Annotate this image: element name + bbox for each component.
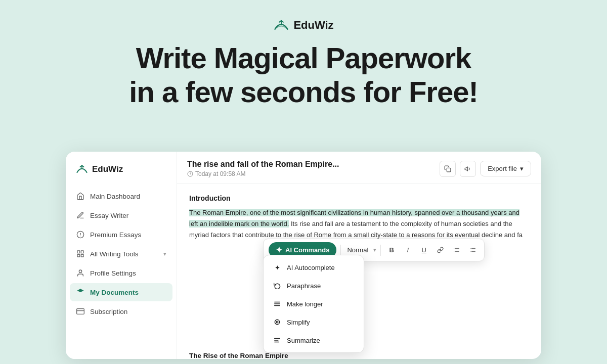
svg-point-29 (275, 320, 279, 324)
svg-point-30 (276, 321, 278, 323)
autocomplete-icon: ✦ (273, 263, 282, 272)
toolbar-separator (340, 245, 341, 256)
top-logo-icon (273, 18, 289, 32)
sidebar-label-main-dashboard: Main Dashboard (90, 193, 140, 200)
hero-title: Write Magical Paperwork in a few seconds… (129, 41, 478, 109)
editor-area[interactable]: Introduction The Roman Empire, one of th… (177, 184, 541, 359)
svg-rect-5 (81, 254, 83, 257)
sidebar-logo-icon (76, 164, 88, 175)
sidebar-item-premium-essays[interactable]: Premium Essays (70, 225, 172, 244)
autocomplete-label: AI Autocomplete (287, 264, 335, 271)
sidebar-label-all-writing-tools: All Writing Tools (90, 250, 139, 258)
style-chevron-icon: ▾ (373, 247, 376, 253)
sidebar-logo: EduWiz (66, 164, 177, 187)
chevron-down-icon: ▾ (520, 165, 524, 172)
doc-title-area: The rise and fall of the Roman Empire...… (187, 160, 339, 177)
document-icon (76, 288, 85, 297)
toolbar-separator-2 (380, 245, 381, 256)
sidebar-item-subscription[interactable]: Subscription (70, 302, 172, 321)
star-icon (76, 230, 85, 239)
rise-heading: The Rise of the Roman Empire (189, 352, 529, 359)
home-icon (76, 192, 85, 201)
sidebar-item-all-writing-tools[interactable]: All Writing Tools ▾ (70, 245, 172, 263)
sidebar-label-profile-settings: Profile Settings (90, 269, 136, 277)
intro-heading: Introduction (189, 194, 529, 202)
grid-icon (76, 249, 85, 258)
export-label: Export file (488, 165, 517, 172)
make-longer-icon (273, 299, 282, 308)
summarize-item[interactable]: Summarize (267, 331, 361, 349)
doc-title: The rise and fall of the Roman Empire... (187, 160, 339, 169)
sidebar-item-essay-writer[interactable]: Essay Writer (70, 206, 172, 224)
clock-icon (187, 171, 193, 177)
main-card: EduWiz Main Dashboard (66, 152, 541, 359)
sidebar-label-essay-writer: Essay Writer (90, 212, 128, 219)
simplify-label: Simplify (287, 318, 310, 326)
svg-rect-4 (81, 251, 83, 253)
doc-timestamp: Today at 09:58 AM (187, 170, 339, 177)
intro-paragraph: The Roman Empire, one of the most signif… (189, 207, 529, 241)
svg-rect-6 (77, 254, 80, 257)
doc-actions: Export file ▾ (440, 161, 531, 177)
italic-button[interactable]: I (401, 244, 414, 257)
ai-commands-label: AI Commands (285, 246, 329, 254)
underline-button[interactable]: U (417, 244, 430, 257)
hero-line1: Write Magical Paperwork (136, 41, 471, 74)
export-button[interactable]: Export file ▾ (480, 161, 531, 176)
sidebar-nav: Main Dashboard Essay Writer (66, 187, 177, 321)
copy-button[interactable] (440, 161, 456, 177)
main-content: The rise and fall of the Roman Empire...… (177, 152, 541, 359)
svg-rect-12 (447, 168, 451, 172)
audio-button[interactable] (460, 161, 476, 177)
paraphrase-icon (273, 281, 282, 290)
ai-autocomplete-item[interactable]: ✦ AI Autocomplete (267, 258, 361, 277)
summarize-label: Summarize (287, 337, 320, 344)
sidebar-item-profile-settings[interactable]: Profile Settings (70, 264, 172, 282)
ordered-list-button[interactable] (450, 244, 463, 257)
sidebar-item-my-documents[interactable]: My Documents (70, 283, 172, 301)
card-icon (76, 307, 85, 316)
highlighted-text: The Roman Empire, one of the most signif… (189, 209, 519, 228)
sidebar-label-my-documents: My Documents (90, 289, 139, 296)
hero-line2: in a few seconds for Free! (129, 75, 478, 108)
svg-marker-8 (77, 289, 83, 292)
simplify-item[interactable]: Simplify (267, 313, 361, 331)
sidebar-item-main-dashboard[interactable]: Main Dashboard (70, 187, 172, 205)
top-logo: EduWiz (273, 18, 333, 32)
bold-button[interactable]: B (385, 244, 398, 257)
simplify-icon (273, 317, 282, 327)
paraphrase-label: Paraphrase (287, 282, 321, 290)
sidebar-label-subscription: Subscription (90, 308, 127, 315)
svg-rect-9 (77, 309, 84, 314)
ai-dropdown-menu: ✦ AI Autocomplete Paraphrase (263, 255, 364, 353)
chevron-down-icon: ▾ (163, 251, 166, 257)
plus-icon: ✦ (276, 245, 282, 255)
link-button[interactable] (433, 244, 447, 257)
svg-rect-3 (77, 251, 80, 253)
top-logo-text: EduWiz (293, 19, 333, 32)
make-longer-label: Make longer (287, 300, 323, 308)
sidebar-logo-text: EduWiz (92, 164, 123, 174)
normal-style-label: Normal (345, 246, 370, 254)
svg-point-7 (79, 270, 81, 272)
user-settings-icon (76, 268, 85, 278)
sidebar-label-premium-essays: Premium Essays (90, 231, 141, 239)
sidebar: EduWiz Main Dashboard (66, 152, 177, 359)
summarize-icon (273, 336, 282, 345)
edit-icon (76, 211, 85, 220)
make-longer-item[interactable]: Make longer (267, 295, 361, 313)
svg-marker-13 (465, 166, 467, 170)
paraphrase-item[interactable]: Paraphrase (267, 277, 361, 295)
doc-header: The rise and fall of the Roman Empire...… (177, 152, 541, 184)
unordered-list-button[interactable] (466, 244, 479, 257)
